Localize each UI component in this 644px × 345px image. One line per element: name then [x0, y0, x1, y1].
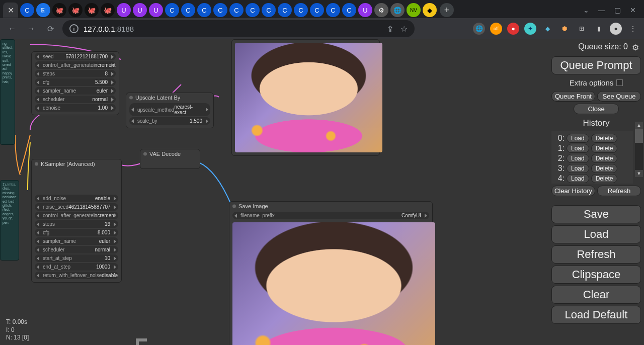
node-widget[interactable]: schedulernormal [35, 246, 118, 253]
back-button[interactable]: ← [5, 22, 19, 36]
tab-icon[interactable]: C [294, 3, 308, 17]
tab-icon[interactable]: C [310, 3, 324, 17]
tab-icon[interactable]: C [229, 3, 244, 17]
new-tab-button[interactable]: + [440, 3, 454, 17]
clear-history-button[interactable]: Clear History [551, 186, 595, 196]
text-node[interactable]: ng stilled, ies, RAW, soft, urred ad hap… [0, 39, 15, 145]
close-icon[interactable]: ✕ [8, 6, 14, 15]
sampler-node[interactable]: seed578122121881700control_after_generat… [31, 51, 119, 115]
ext-off-icon[interactable]: off [490, 23, 502, 35]
queue-front-button[interactable]: Queue Front [551, 91, 595, 102]
tab-icon[interactable]: 🐙 [101, 3, 115, 17]
load-button[interactable]: Load [551, 225, 641, 243]
forward-button[interactable]: → [24, 22, 38, 36]
tab-icon[interactable]: C [197, 3, 211, 17]
node-widget[interactable]: end_at_step10000 [35, 263, 118, 271]
see-queue-button[interactable]: See Queue [597, 91, 641, 102]
close-button[interactable]: Close [574, 104, 619, 114]
tab-icon[interactable]: U [149, 3, 163, 17]
vae-decode-node[interactable]: VAE Decode [140, 149, 200, 169]
tab-icon[interactable]: C [20, 3, 34, 17]
history-delete-button[interactable]: Delete [591, 144, 618, 153]
save-image-node[interactable]: Save Image filename_prefix ComfyUI [229, 201, 433, 345]
tab-icon[interactable]: 🐙 [85, 3, 99, 17]
extra-options-checkbox[interactable] [616, 79, 623, 86]
site-info-icon[interactable]: i [69, 24, 78, 33]
history-load-button[interactable]: Load [567, 154, 589, 163]
tab-icon[interactable]: C [262, 3, 276, 17]
tab-icon[interactable]: C [181, 3, 195, 17]
ext-globe-icon[interactable]: 🌐 [473, 23, 485, 35]
history-load-button[interactable]: Load [567, 174, 589, 183]
tab-icon[interactable]: 🐙 [52, 3, 66, 17]
history-load-button[interactable]: Load [567, 164, 589, 173]
minimize-icon[interactable]: — [598, 6, 605, 14]
node-widget[interactable]: denoise1.00 [35, 104, 116, 112]
menu-icon[interactable]: ⋮ [627, 23, 639, 35]
history-delete-button[interactable]: Delete [591, 134, 618, 143]
history-delete-button[interactable]: Delete [591, 174, 618, 183]
url-bar[interactable]: i 127.0.0.1:8188 ⇪ ☆ [62, 20, 415, 37]
extensions-icon[interactable]: ⊞ [576, 23, 588, 35]
refresh-history-button[interactable]: Refresh [597, 186, 641, 196]
tab-icon[interactable]: C [246, 3, 260, 17]
text-node[interactable]: 1), imbs, dies, missing necklace ed, bad… [0, 180, 19, 261]
node-canvas[interactable]: ng stilled, ies, RAW, soft, urred ad hap… [0, 39, 548, 345]
history-delete-button[interactable]: Delete [591, 164, 618, 173]
refresh-button[interactable]: Refresh [551, 245, 641, 264]
node-widget[interactable]: steps8 [35, 70, 116, 77]
node-widget[interactable]: return_with_leftover_noisedisable [35, 272, 118, 279]
ext-red-icon[interactable]: ● [507, 23, 519, 35]
profile-icon[interactable]: ● [610, 23, 622, 35]
node-widget[interactable]: scale_by1.500 [129, 117, 210, 125]
clear-button[interactable]: Clear [551, 286, 641, 304]
tab-icon[interactable]: C [165, 3, 179, 17]
node-widget[interactable]: add_noiseenable [35, 195, 118, 202]
bookmark-icon[interactable]: ☆ [400, 24, 408, 34]
tab-icon[interactable]: ⎘ [36, 3, 50, 17]
ext-gem-icon[interactable]: ◆ [541, 23, 553, 35]
node-widget[interactable]: seed578122121881700 [35, 53, 116, 60]
close-window-icon[interactable]: ✕ [630, 6, 636, 14]
node-widget[interactable]: noise_seed462118145887707 [35, 203, 118, 211]
tab-icon[interactable]: 🌐 [390, 3, 405, 17]
tab-icon[interactable]: ⚙ [374, 3, 388, 17]
load-default-button[interactable]: Load Default [551, 306, 641, 324]
node-widget[interactable]: cfg5.500 [35, 78, 116, 86]
node-widget[interactable]: sampler_nameeuler [35, 87, 116, 95]
tab-icon[interactable]: C [342, 3, 356, 17]
tab-icon[interactable]: NV [407, 3, 421, 17]
tab-icon[interactable]: ◆ [423, 3, 437, 17]
node-widget[interactable]: start_at_step10 [35, 254, 118, 262]
tab-icon[interactable]: C [213, 3, 227, 17]
tab-icon[interactable]: U [117, 3, 131, 17]
history-load-button[interactable]: Load [567, 134, 589, 143]
node-widget[interactable]: upscale_methodnearest-exact [129, 103, 210, 116]
ext-spark-icon[interactable]: ✦ [524, 23, 536, 35]
upscale-node[interactable]: Upscale Latent By upscale_methodnearest-… [126, 93, 214, 128]
tab-icon[interactable]: C [278, 3, 292, 17]
tab-icon[interactable]: U [133, 3, 147, 17]
tab-icon[interactable]: U [358, 3, 372, 17]
history-delete-button[interactable]: Delete [591, 154, 618, 163]
save-button[interactable]: Save [551, 205, 641, 223]
queue-prompt-button[interactable]: Queue Prompt [551, 56, 641, 74]
preview-image-node[interactable] [231, 39, 380, 156]
node-widget[interactable]: steps16 [35, 220, 118, 228]
maximize-icon[interactable]: ▢ [614, 6, 621, 14]
tab-icon[interactable]: C [326, 3, 340, 17]
node-widget[interactable]: sampler_nameeuler [35, 237, 118, 245]
history-load-button[interactable]: Load [567, 144, 589, 153]
chevron-down-icon[interactable]: ⌄ [583, 6, 589, 14]
sidepanel-icon[interactable]: ▮ [593, 23, 605, 35]
clipspace-button[interactable]: Clipspace [551, 266, 641, 284]
share-icon[interactable]: ⇪ [387, 24, 393, 34]
node-widget[interactable]: control_after_generateincrement [35, 212, 118, 219]
history-scrollbar[interactable]: ▲▼ [635, 122, 643, 177]
gear-icon[interactable]: ⚙ [632, 43, 640, 51]
tab-icon[interactable]: 🐙 [68, 3, 83, 17]
resize-handle[interactable] [136, 338, 147, 345]
node-widget[interactable]: filename_prefix ComfyUI [232, 212, 429, 219]
node-widget[interactable]: schedulernormal [35, 96, 116, 103]
reload-button[interactable]: ⟳ [43, 22, 57, 36]
